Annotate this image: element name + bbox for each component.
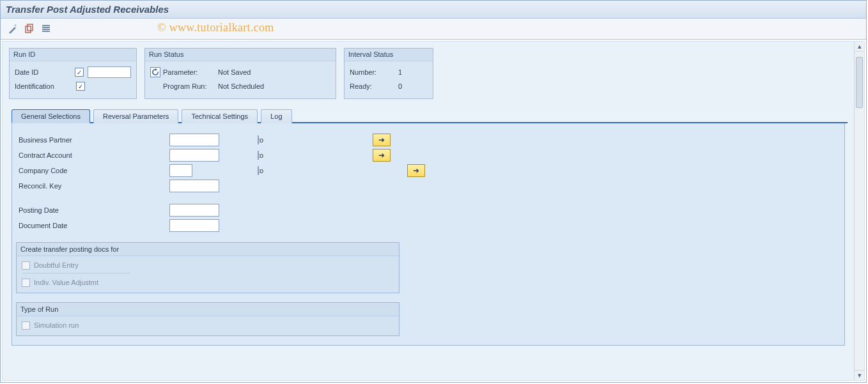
doubtful-entry-checkbox[interactable] xyxy=(22,261,30,270)
scroll-up-icon[interactable]: ▴ xyxy=(855,42,864,52)
contract-account-multiple-button[interactable]: ➜ xyxy=(373,149,391,162)
interval-ready-label: Ready: xyxy=(350,82,394,90)
business-partner-label: Business Partner xyxy=(16,136,169,144)
groupbox-type-of-run: Type of Run Simulation run xyxy=(16,302,399,336)
reconcil-key-label: Reconcil. Key xyxy=(16,182,169,190)
date-id-label: Date ID xyxy=(15,68,71,76)
business-partner-from-input[interactable] xyxy=(169,134,219,146)
posting-date-label: Posting Date xyxy=(16,206,169,214)
business-partner-to-label: to xyxy=(219,136,258,144)
contract-account-from-input[interactable] xyxy=(169,149,219,162)
date-id-checkbox[interactable]: ✓ xyxy=(75,68,84,77)
page-title: Transfer Post Adjusted Receivables xyxy=(6,4,169,15)
app-window: Transfer Post Adjusted Receivables © www… xyxy=(0,0,867,383)
groupbox-type-of-run-title: Type of Run xyxy=(17,303,399,316)
parameter-value: Not Saved xyxy=(218,68,295,76)
groupbox-interval-status: Interval Status Number: 1 Ready: 0 xyxy=(344,48,433,99)
tab-general-selections[interactable]: General Selections xyxy=(12,109,90,123)
business-partner-multiple-button[interactable]: ➜ xyxy=(373,134,391,146)
posting-date-input[interactable] xyxy=(169,204,219,217)
groupbox-run-id: Run ID Date ID ✓ Identification ✓ xyxy=(9,48,137,99)
groupbox-run-id-title: Run ID xyxy=(10,49,136,61)
contract-account-to-input[interactable] xyxy=(258,151,259,160)
wand-icon[interactable] xyxy=(7,23,19,35)
indiv-value-adjust-label: Indiv. Value Adjustmt xyxy=(34,279,98,286)
divider xyxy=(22,273,130,273)
company-code-label: Company Code xyxy=(16,167,169,174)
tab-technical-settings[interactable]: Technical Settings xyxy=(182,109,258,123)
arrow-right-icon: ➜ xyxy=(413,167,419,174)
document-date-label: Document Date xyxy=(16,222,169,229)
scroll-down-icon[interactable]: ▾ xyxy=(855,370,864,380)
tab-log[interactable]: Log xyxy=(261,109,291,123)
toolbar xyxy=(1,19,866,40)
groupbox-run-status: Run Status Parameter: Not Saved xyxy=(144,48,336,99)
company-code-multiple-button[interactable]: ➜ xyxy=(407,164,425,177)
content: Run ID Date ID ✓ Identification ✓ xyxy=(3,42,854,380)
copy-icon[interactable] xyxy=(24,23,35,35)
tabstrip: General Selections Reversal Parameters T… xyxy=(12,109,848,123)
company-code-to-input[interactable] xyxy=(258,166,259,175)
doubtful-entry-label: Doubtful Entry xyxy=(34,261,79,269)
contract-account-to-label: to xyxy=(219,151,258,159)
program-run-value: Not Scheduled xyxy=(218,82,295,90)
scroll-thumb[interactable] xyxy=(856,57,863,108)
interval-number-value: 1 xyxy=(398,68,424,76)
date-id-input[interactable] xyxy=(88,66,131,78)
groupbox-create-transfer-docs: Create transfer posting docs for Doubtfu… xyxy=(16,242,399,293)
list-icon[interactable] xyxy=(40,23,52,35)
document-date-input[interactable] xyxy=(169,219,219,232)
svg-rect-1 xyxy=(27,24,33,31)
groupbox-interval-status-title: Interval Status xyxy=(345,49,433,61)
top-groupboxes-row: Run ID Date ID ✓ Identification ✓ xyxy=(9,48,848,99)
arrow-right-icon: ➜ xyxy=(378,136,385,144)
tab-reversal-parameters[interactable]: Reversal Parameters xyxy=(93,109,178,123)
indiv-value-adjust-checkbox[interactable] xyxy=(22,279,30,287)
simulation-run-checkbox[interactable] xyxy=(22,321,30,330)
identification-label: Identification xyxy=(15,82,72,90)
identification-checkbox[interactable]: ✓ xyxy=(76,82,85,91)
interval-number-label: Number: xyxy=(350,68,394,76)
status-refresh-icon[interactable] xyxy=(150,67,160,77)
company-code-from-input[interactable] xyxy=(169,164,192,177)
groupbox-run-status-title: Run Status xyxy=(145,49,336,61)
company-code-to-label: to xyxy=(192,167,258,174)
program-run-label: Program Run: xyxy=(163,82,206,90)
contract-account-label: Contract Account xyxy=(16,151,169,159)
titlebar: Transfer Post Adjusted Receivables xyxy=(1,1,866,19)
parameter-label: Parameter: xyxy=(163,68,198,76)
business-partner-to-input[interactable] xyxy=(258,135,259,144)
vertical-scrollbar[interactable]: ▴ ▾ xyxy=(854,42,864,380)
svg-rect-0 xyxy=(26,26,31,33)
interval-ready-value: 0 xyxy=(398,82,424,90)
groupbox-create-transfer-docs-title: Create transfer posting docs for xyxy=(17,243,399,256)
reconcil-key-input[interactable] xyxy=(169,180,219,192)
body-area: Run ID Date ID ✓ Identification ✓ xyxy=(2,41,865,381)
tab-panel-general-selections: Business Partner to ➜ Contract Account t… xyxy=(12,123,845,346)
simulation-run-label: Simulation run xyxy=(34,321,79,329)
arrow-right-icon: ➜ xyxy=(378,151,385,159)
